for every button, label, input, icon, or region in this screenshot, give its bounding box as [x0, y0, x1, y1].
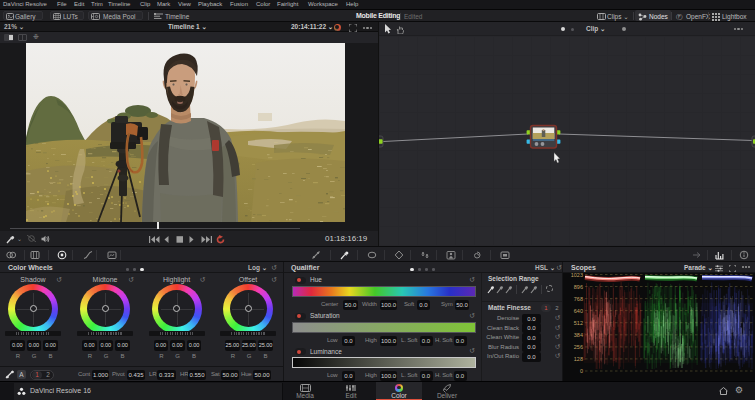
svg-text:640: 640 [574, 308, 583, 314]
svg-text:384: 384 [574, 332, 583, 338]
svg-text:128: 128 [574, 356, 583, 362]
svg-text:768: 768 [574, 296, 583, 302]
svg-text:512: 512 [574, 320, 583, 326]
svg-text:896: 896 [574, 284, 583, 290]
svg-text:256: 256 [574, 344, 583, 350]
svg-text:0: 0 [580, 368, 583, 374]
svg-text:1023: 1023 [571, 273, 583, 278]
